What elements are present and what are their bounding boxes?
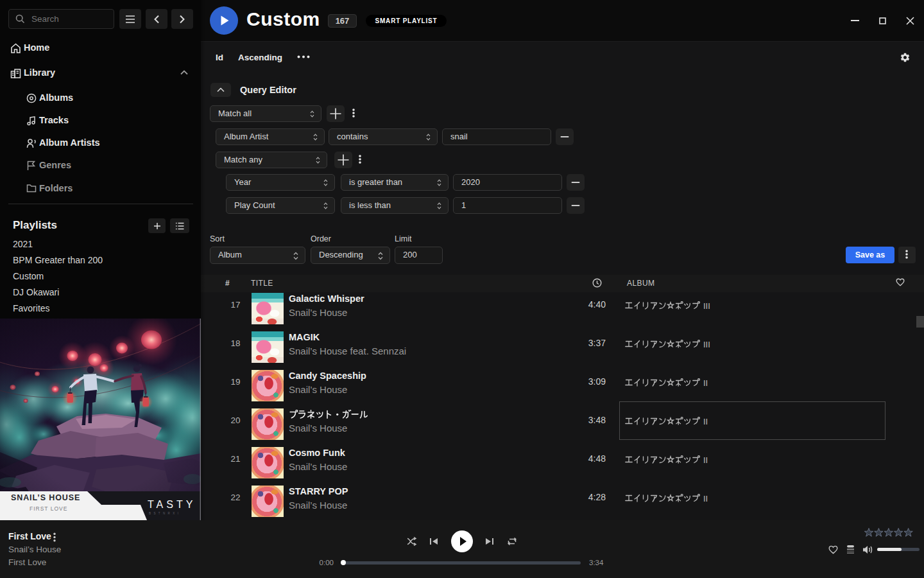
svg-text:FIRST LOVE: FIRST LOVE [30,505,67,512]
svg-text:SNAIL’S HOUSE: SNAIL’S HOUSE [11,493,80,502]
svg-text:BSTNRXI: BSTNRXI [149,512,181,515]
svg-text:TASTY: TASTY [148,499,196,510]
